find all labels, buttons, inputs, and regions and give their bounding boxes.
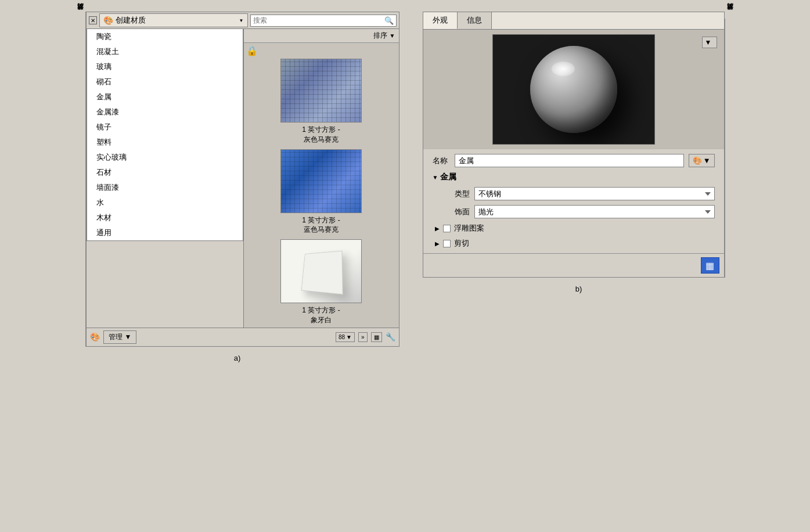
preview-dropdown-arrow: ▼ xyxy=(705,38,712,46)
panel-b-outer: 外观 信息 ▼ 名称 xyxy=(423,12,735,278)
panel-b-label: b) xyxy=(575,285,582,293)
menu-item-generic[interactable]: 通用 xyxy=(87,225,243,240)
finish-row: 饰面 抛光 xyxy=(433,205,715,218)
cutout-label: 剪切 xyxy=(454,238,469,249)
menu-item-plastic[interactable]: 塑料 xyxy=(87,135,243,150)
finish-select[interactable]: 抛光 xyxy=(474,205,715,218)
more-options-icon: » xyxy=(361,334,365,340)
lock-icon: 🔒 xyxy=(246,45,258,56)
panel-a-bottom-bar: 🎨 管理 ▼ 88 ▼ » ▦ 🔧 xyxy=(87,328,399,346)
panel-a-label: a) xyxy=(234,354,241,362)
menu-item-wood[interactable]: 木材 xyxy=(87,210,243,225)
material-preview-image xyxy=(492,34,655,145)
properties-area: 名称 🎨 ▼ ▼ 金属 类型 xyxy=(423,149,724,253)
manage-button[interactable]: 管理 ▼ xyxy=(103,330,137,344)
view-mode-label: 88 xyxy=(339,334,345,340)
material-name: 1 英寸方形 - 蓝色马赛克 xyxy=(302,215,340,235)
material-thumbnail xyxy=(280,239,362,303)
material-icon-button[interactable]: 🎨 ▼ xyxy=(689,154,715,167)
menu-item-mirror[interactable]: 镜子 xyxy=(87,120,243,135)
menu-item-glass[interactable]: 玻璃 xyxy=(87,59,243,74)
cutout-checkbox[interactable] xyxy=(443,240,451,247)
type-select[interactable]: 不锈钢 xyxy=(474,187,715,200)
dropdown-arrow-icon: ▼ xyxy=(239,18,244,23)
tab-info[interactable]: 信息 xyxy=(458,12,492,29)
tab-appearance[interactable]: 外观 xyxy=(423,12,458,29)
menu-item-concrete[interactable]: 混凝土 xyxy=(87,44,243,59)
bottom-right-icon[interactable]: 🔧 xyxy=(386,332,395,342)
panel-a: ✕ 🎨 创建材质 ▼ 🔍 陶瓷 xyxy=(86,12,399,347)
material-item-header: 🔒 xyxy=(246,45,397,56)
panel-a-body: 陶瓷 混凝土 玻璃 砌石 金属 金属漆 镜子 塑料 实心玻璃 石材 墙面漆 水 xyxy=(87,29,399,328)
section-label: 金属 xyxy=(440,172,456,182)
panel-b: 外观 信息 ▼ 名称 xyxy=(423,12,725,278)
sort-arrow-icon[interactable]: ▼ xyxy=(390,33,395,39)
list-item[interactable]: 1 英寸方形 - 象牙白 xyxy=(246,239,397,325)
blue-mosaic-preview xyxy=(281,150,361,213)
name-input[interactable] xyxy=(455,154,684,167)
preview-dropdown-button[interactable]: ▼ xyxy=(702,37,717,48)
sort-bar: 排序 ▼ xyxy=(244,29,399,43)
panel-a-wrapper-label: 材质浏览器 ✕ 🎨 创建材质 ▼ 🔍 xyxy=(75,12,399,362)
manage-label: 管理 xyxy=(109,332,123,342)
mat-icon: 🎨 xyxy=(693,156,702,165)
menu-item-water[interactable]: 水 xyxy=(87,195,243,210)
more-options-button[interactable]: » xyxy=(358,332,368,342)
name-row: 名称 🎨 ▼ xyxy=(433,154,715,167)
create-material-label: 创建材质 xyxy=(116,15,237,26)
mat-icon-arrow: ▼ xyxy=(703,156,711,165)
panel-a-outer: 材质浏览器 ✕ 🎨 创建材质 ▼ 🔍 xyxy=(75,12,399,347)
menu-item-ceramic[interactable]: 陶瓷 xyxy=(87,29,243,44)
panel-a-close-button[interactable]: ✕ xyxy=(89,16,97,24)
menu-item-wall-paint[interactable]: 墙面漆 xyxy=(87,180,243,195)
list-item[interactable]: 1 英寸方形 - 蓝色马赛克 xyxy=(246,149,397,235)
section-collapse-arrow[interactable]: ▼ xyxy=(433,174,438,181)
search-input[interactable] xyxy=(253,16,384,24)
cube-shape xyxy=(301,251,343,295)
panels-container: 材质浏览器 ✕ 🎨 创建材质 ▼ 🔍 xyxy=(75,12,735,362)
list-item[interactable]: 🔒 1 英寸方形 - 灰色马赛克 xyxy=(246,45,397,145)
name-label: 名称 xyxy=(433,156,450,166)
material-thumbnail xyxy=(280,59,362,123)
metal-section-title: ▼ 金属 xyxy=(433,172,715,182)
material-list: 🔒 1 英寸方形 - 灰色马赛克 xyxy=(244,43,399,328)
bottom-left-icon[interactable]: 🎨 xyxy=(90,332,100,342)
create-material-icon: 🎨 xyxy=(103,16,113,25)
manage-arrow-icon: ▼ xyxy=(125,333,132,341)
preview-area: ▼ xyxy=(423,30,724,149)
footer-grid-button[interactable]: ▦ xyxy=(701,257,719,274)
search-icon: 🔍 xyxy=(384,16,394,25)
metal-sphere-render xyxy=(530,46,617,133)
relief-pattern-section: ▶ 浮雕图案 xyxy=(433,223,715,233)
menu-item-metal[interactable]: 金属 xyxy=(87,89,243,105)
material-name: 1 英寸方形 - 象牙白 xyxy=(302,305,340,325)
cutout-section: ▶ 剪切 xyxy=(433,238,715,249)
panel-a-header: ✕ 🎨 创建材质 ▼ 🔍 xyxy=(87,12,399,29)
relief-label: 浮雕图案 xyxy=(454,223,484,233)
panel-a-left: 陶瓷 混凝土 玻璃 砌石 金属 金属漆 镜子 塑料 实心玻璃 石材 墙面漆 水 xyxy=(87,29,243,328)
type-label: 类型 xyxy=(447,189,470,199)
material-thumbnail xyxy=(280,149,362,213)
panel-b-right-nav: 材质浏览器 xyxy=(725,12,735,278)
panel-a-left-nav: 材质浏览器 xyxy=(75,12,86,347)
footer-grid-icon: ▦ xyxy=(705,260,714,271)
grid-view-icon: ▦ xyxy=(374,334,379,340)
view-mode-arrow-icon: ▼ xyxy=(346,334,352,340)
menu-item-masonry[interactable]: 砌石 xyxy=(87,74,243,89)
create-material-dropdown[interactable]: 🎨 创建材质 ▼ xyxy=(99,13,248,27)
menu-item-solid-glass[interactable]: 实心玻璃 xyxy=(87,150,243,165)
panel-a-left-nav-item[interactable]: 材质浏览器 xyxy=(75,12,86,19)
sort-label: 排序 xyxy=(373,31,387,41)
cutout-collapse-arrow[interactable]: ▶ xyxy=(435,240,440,247)
view-mode-button[interactable]: 88 ▼ xyxy=(336,332,355,342)
gray-mosaic-preview xyxy=(281,59,361,122)
menu-item-stone[interactable]: 石材 xyxy=(87,165,243,180)
search-box[interactable]: 🔍 xyxy=(250,15,397,27)
panel-b-right-nav-item[interactable]: 材质浏览器 xyxy=(725,12,736,19)
menu-item-metallic-paint[interactable]: 金属漆 xyxy=(87,105,243,120)
white-cube-preview xyxy=(281,240,361,303)
grid-view-button[interactable]: ▦ xyxy=(371,332,382,342)
relief-collapse-arrow[interactable]: ▶ xyxy=(435,225,440,232)
relief-checkbox[interactable] xyxy=(443,225,451,232)
material-category-menu: 陶瓷 混凝土 玻璃 砌石 金属 金属漆 镜子 塑料 实心玻璃 石材 墙面漆 水 xyxy=(87,29,243,241)
